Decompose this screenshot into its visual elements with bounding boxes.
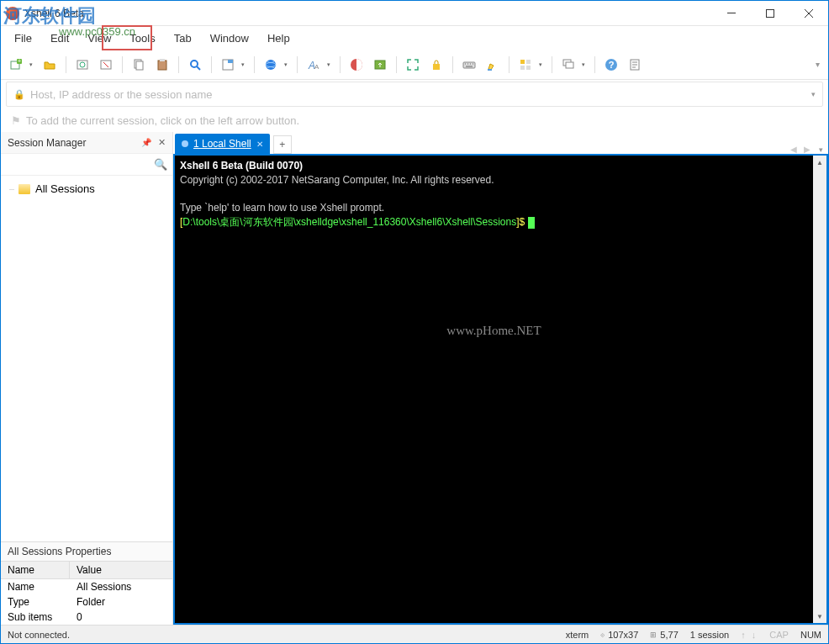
close-panel-icon[interactable]: ✕	[158, 137, 166, 148]
col-value: Value	[70, 562, 108, 578]
status-num: NUM	[800, 630, 821, 640]
tab-close-icon[interactable]: ✕	[256, 140, 263, 149]
size-icon: ⟐	[600, 631, 605, 639]
svg-text:+: +	[18, 58, 21, 64]
prop-row-type: Type Folder	[1, 594, 172, 610]
color-scheme-icon[interactable]	[346, 55, 367, 75]
pin-icon[interactable]: 📌	[141, 138, 151, 147]
menu-tab[interactable]: Tab	[166, 29, 200, 48]
open-session-icon[interactable]	[40, 55, 60, 75]
tree-root-item[interactable]: ⋯ All Sessions	[4, 181, 169, 197]
main-area: Session Manager 📌 ✕ 🔍 ⋯ All Sessions All…	[1, 132, 828, 625]
reconnect-icon[interactable]	[72, 55, 92, 75]
svg-point-19	[266, 60, 276, 70]
tab-next-icon[interactable]: ▶	[800, 145, 814, 154]
svg-rect-36	[526, 66, 531, 70]
hint-text: To add the current session, click on the…	[26, 114, 299, 127]
svg-point-15	[191, 61, 198, 67]
tab-label: 1 Local Shell	[193, 138, 251, 150]
svg-rect-25	[433, 64, 440, 70]
panel-header: Session Manager 📌 ✕	[1, 132, 172, 154]
prop-row-subitems: Sub items 0	[1, 610, 172, 625]
dropdown-icon[interactable]: ▾	[241, 61, 248, 68]
position-icon: ⊞	[650, 631, 657, 639]
dropdown-icon[interactable]: ▾	[539, 61, 546, 68]
title-bar: Xshell 6 Beta	[1, 1, 828, 26]
svg-line-16	[197, 66, 200, 70]
svg-rect-34	[526, 60, 531, 64]
svg-rect-13	[158, 61, 166, 70]
transfer-icon[interactable]	[370, 55, 390, 75]
find-icon[interactable]	[185, 55, 205, 75]
folder-icon	[18, 184, 30, 194]
paste-icon[interactable]	[152, 55, 172, 75]
session-tree[interactable]: ⋯ All Sessions	[1, 176, 172, 541]
font-icon[interactable]: AA	[304, 55, 324, 75]
tree-dots-icon: ⋯	[9, 186, 13, 192]
dropdown-icon[interactable]: ▾	[284, 61, 291, 68]
script-icon[interactable]	[625, 55, 645, 75]
dropdown-icon[interactable]: ▾	[327, 61, 334, 68]
minimize-button[interactable]	[712, 1, 751, 26]
status-bar: Not connected. xterm ⟐107x37 ⊞5,77 1 ses…	[1, 625, 828, 643]
maximize-button[interactable]	[751, 1, 789, 26]
address-bar[interactable]: 🔒 Host, IP address or the session name ▾	[6, 82, 823, 107]
search-icon[interactable]: 🔍	[154, 158, 167, 171]
lock-icon[interactable]	[426, 55, 446, 75]
tab-local-shell[interactable]: 1 Local Shell ✕	[175, 134, 270, 154]
terminal-frame: Xshell 6 Beta (Build 0070) Copyright (c)…	[173, 154, 828, 625]
terminal-scrollbar[interactable]: ▲ ▼	[813, 156, 826, 623]
terminal-watermark: www.pHome.NET	[446, 324, 541, 337]
menu-help[interactable]: Help	[259, 29, 298, 48]
properties-title: All Sessions Properties	[1, 542, 172, 561]
menu-window[interactable]: Window	[202, 29, 257, 48]
tab-list-dropdown[interactable]: ▾	[814, 145, 828, 154]
cascade-icon[interactable]	[558, 55, 578, 75]
menu-tools[interactable]: Tools	[121, 29, 163, 48]
window-title: Xshell 6 Beta	[24, 8, 84, 19]
dropdown-icon[interactable]: ▾	[582, 61, 589, 68]
session-manager-panel: Session Manager 📌 ✕ 🔍 ⋯ All Sessions All…	[1, 132, 173, 625]
lock-icon: 🔒	[13, 89, 25, 100]
scroll-up-icon[interactable]: ▲	[813, 156, 826, 169]
svg-text:A: A	[314, 63, 319, 71]
menu-edit[interactable]: Edit	[42, 29, 77, 48]
disconnect-icon[interactable]	[96, 55, 116, 75]
help-icon[interactable]: ?	[601, 55, 621, 75]
prop-row-name: Name All Sessions	[1, 579, 172, 594]
dropdown-icon[interactable]: ▾	[29, 61, 36, 68]
toolbar: + ▾ ▾ ▾ AA ▾ ▾ ▾ ? ▾	[1, 50, 828, 80]
col-name: Name	[1, 562, 70, 578]
status-size: ⟐107x37	[600, 630, 638, 640]
close-button[interactable]	[789, 1, 828, 26]
layout-icon[interactable]	[515, 55, 536, 75]
scroll-down-icon[interactable]: ▼	[813, 610, 826, 623]
dropdown-icon[interactable]: ▾	[811, 90, 816, 98]
terminal-area: 1 Local Shell ✕ + ◀ ▶ ▾ Xshell 6 Beta (B…	[173, 132, 828, 625]
properties-icon[interactable]	[218, 55, 238, 75]
menu-view[interactable]: View	[79, 29, 119, 48]
keyboard-icon[interactable]	[459, 55, 479, 75]
menu-file[interactable]: File	[6, 29, 40, 48]
status-connection: Not connected.	[8, 630, 70, 640]
toolbar-overflow-icon[interactable]: ▾	[816, 60, 820, 69]
tab-status-icon	[182, 140, 188, 147]
tab-add-button[interactable]: +	[273, 135, 292, 154]
svg-rect-12	[136, 61, 143, 70]
tab-prev-icon[interactable]: ◀	[787, 145, 800, 154]
fullscreen-icon[interactable]	[403, 55, 423, 75]
tab-strip: 1 Local Shell ✕ + ◀ ▶ ▾	[173, 132, 828, 154]
svg-rect-14	[160, 59, 165, 61]
panel-title: Session Manager	[8, 137, 86, 149]
properties-panel: All Sessions Properties Name Value Name …	[1, 541, 172, 625]
highlight-icon[interactable]	[483, 55, 503, 75]
search-input[interactable]	[1, 159, 154, 171]
svg-rect-38	[566, 62, 573, 68]
status-term-type: xterm	[566, 630, 589, 640]
terminal-output[interactable]: Xshell 6 Beta (Build 0070) Copyright (c)…	[175, 156, 813, 623]
address-placeholder: Host, IP address or the session name	[30, 88, 811, 101]
globe-icon[interactable]	[261, 55, 281, 75]
copy-icon[interactable]	[129, 55, 149, 75]
svg-rect-35	[520, 66, 525, 70]
new-session-icon[interactable]: +	[6, 55, 26, 75]
